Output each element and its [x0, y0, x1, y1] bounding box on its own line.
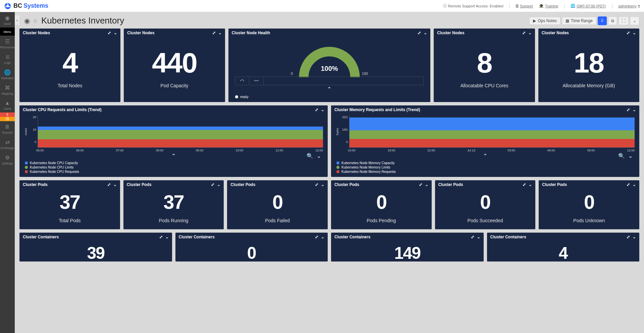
chevron-down-icon[interactable]: ⌄ [321, 107, 324, 112]
time-range-button[interactable]: ▦ Time Range [562, 17, 596, 25]
expand-icon[interactable]: ⤢ [419, 182, 422, 187]
chevron-down-icon[interactable]: ⌄ [425, 182, 428, 187]
brand-logo[interactable]: BC Systems [4, 2, 48, 10]
expand-icon[interactable]: ⤢ [315, 235, 318, 239]
chevron-down-icon[interactable]: ⌄ [633, 235, 636, 239]
big-number-value: 18 [574, 49, 604, 77]
view-mode-edit-button[interactable]: ⠿ [598, 16, 607, 25]
chevron-down-icon[interactable]: ⌄ [633, 182, 636, 187]
chevron-down-icon[interactable]: ⌄ [628, 153, 633, 159]
card-title: Cluster Node Health [232, 31, 270, 35]
card-containers-1: Cluster Containers⤢⌄ 0 [175, 233, 328, 261]
expand-icon[interactable]: ⤢ [627, 107, 630, 112]
sidebar-item-label: Exchange [1, 146, 14, 150]
user-label: adminkerry [619, 4, 637, 8]
dashboard-body: Cluster Nodes ⤢⌄ 4 Total Nodes Cluster N… [15, 29, 644, 333]
big-number-label: Pods Unknown [573, 218, 605, 223]
expand-icon[interactable]: ⤢ [107, 182, 111, 187]
card-pods-running: Cluster Pods⤢⌄ 37Pods Running [123, 180, 224, 229]
chevron-down-icon[interactable]: ⌄ [165, 235, 169, 239]
sidebar-item-alerts[interactable]: ▲ Alerts [0, 97, 15, 112]
timezone-selector[interactable]: 🌐 GMT-07:00 (PDT) [571, 4, 606, 8]
alert-badge-critical[interactable]: 5 [0, 112, 15, 117]
big-number-value: 0 [584, 192, 594, 212]
training-link[interactable]: 🎓 Training [539, 4, 558, 8]
gauge-expand-toggle[interactable]: ⌃ [235, 85, 424, 93]
card-title: Cluster Containers [490, 235, 526, 239]
gauge-tab-dial[interactable]: ◠ [235, 77, 249, 85]
search-icon[interactable]: 🔍 [618, 153, 625, 159]
card-cpu-trend: Cluster CPU Requests and Limits (Trend) … [19, 105, 328, 177]
copy-button[interactable]: ⧉ [608, 16, 617, 25]
chevron-down-icon[interactable]: ⌄ [114, 31, 117, 35]
time-range-label: Time Range [571, 18, 593, 23]
expand-icon[interactable]: ⤢ [418, 31, 421, 35]
search-icon[interactable]: 🔍 [307, 153, 313, 159]
sidebar-item-exchange[interactable]: ⇄ Exchange [0, 136, 15, 152]
chevron-down-icon[interactable]: ⌄ [113, 182, 117, 187]
expand-icon[interactable]: ⤢ [627, 182, 630, 187]
chevron-down-icon[interactable]: ⌄ [528, 31, 532, 35]
sidebar-item-settings[interactable]: ⚙ Settings [0, 152, 15, 167]
sidebar-item-resources[interactable]: ☰ Resources [0, 36, 15, 51]
y-axis-ticks: 32G16G0 [340, 115, 349, 148]
sidebar-item-logs[interactable]: ≣ Logs [0, 51, 15, 66]
chart-collapse-toggle[interactable]: ⌃ [171, 153, 176, 159]
big-number-value: 0 [272, 192, 282, 212]
chevron-down-icon[interactable]: ⌄ [529, 182, 532, 187]
ops-notes-button[interactable]: ▶ Ops Notes [529, 17, 560, 25]
sidebar-item-label: Reports [2, 131, 13, 134]
expand-icon[interactable]: ⤢ [523, 182, 526, 187]
chevron-down-icon[interactable]: ⌄ [633, 107, 636, 112]
chevron-down-icon[interactable]: ⌄ [321, 182, 324, 187]
brand-logo-icon [4, 2, 11, 10]
card-title: Cluster Pods [230, 182, 255, 187]
remote-support-status[interactable]: ⓘ Remote Support Access: Enabled [443, 3, 503, 8]
user-menu[interactable]: adminkerry ▾ [619, 4, 640, 8]
topology-icon: ⌘ [5, 85, 10, 91]
divider [612, 3, 612, 9]
copy-icon: ⧉ [611, 18, 614, 23]
gauge-tab-trend[interactable]: 〰 [249, 77, 264, 85]
chart-collapse-toggle[interactable]: ⌃ [483, 153, 487, 159]
fullscreen-button[interactable]: ⛶ [619, 16, 629, 25]
more-menu-button[interactable]: ⌄ [630, 16, 639, 25]
expand-icon[interactable]: ⤢ [211, 182, 214, 187]
expand-icon[interactable]: ⤢ [159, 235, 163, 239]
sidebar-item-label: Logs [4, 61, 11, 64]
support-link[interactable]: ✪ Support [516, 4, 533, 8]
sidebar-item-dash[interactable]: ◉ Dash [0, 12, 15, 28]
expand-icon[interactable]: ⤢ [522, 31, 526, 35]
expand-icon[interactable]: ⤢ [315, 107, 318, 112]
chevron-down-icon[interactable]: ⌄ [633, 31, 636, 35]
chevron-down-icon[interactable]: ⌄ [317, 153, 321, 159]
legend-dot [336, 170, 339, 173]
expand-icon[interactable]: ⤢ [627, 31, 630, 35]
svg-point-1 [6, 5, 9, 7]
sidebar-item-websites[interactable]: 🌐 Websites [0, 66, 15, 82]
expand-icon[interactable]: ⤢ [627, 235, 630, 239]
gauge-legend-label: ready [240, 95, 249, 99]
sidebar-expand-toggle[interactable]: › [15, 15, 19, 25]
page-header: ◉ ☆ Kubernetes Inventory ▶ Ops Notes ▦ T… [15, 12, 644, 29]
chevron-down-icon[interactable]: ⌄ [424, 31, 427, 35]
expand-icon[interactable]: ⤢ [471, 235, 474, 239]
favorite-star-icon[interactable]: ☆ [33, 17, 38, 25]
chevron-down-icon[interactable]: ⌄ [217, 182, 220, 187]
sidebar-item-mapping[interactable]: ⌘ Mapping [0, 82, 15, 97]
expand-icon[interactable]: ⤢ [212, 31, 216, 35]
sidebar-item-menu[interactable]: Menu [0, 28, 15, 36]
card-pods-pending: Cluster Pods⤢⌄ 0Pods Pending [331, 180, 432, 229]
sidebar-item-reports[interactable]: 🗎 Reports [0, 121, 15, 136]
big-number-label: Pods Failed [265, 218, 290, 223]
chevron-down-icon[interactable]: ⌄ [477, 235, 480, 239]
expand-icon[interactable]: ⤢ [108, 31, 111, 35]
timezone-label: GMT-07:00 (PDT) [577, 4, 606, 8]
document-icon: 🗎 [5, 124, 10, 130]
chevron-down-icon[interactable]: ⌄ [321, 235, 324, 239]
alert-badge-warning[interactable]: 25 [0, 117, 15, 121]
chevron-down-icon[interactable]: ⌄ [218, 31, 222, 35]
card-containers-3: Cluster Containers⤢⌄ 4 [487, 233, 640, 261]
sidebar-item-label: Websites [1, 77, 14, 80]
expand-icon[interactable]: ⤢ [315, 182, 318, 187]
